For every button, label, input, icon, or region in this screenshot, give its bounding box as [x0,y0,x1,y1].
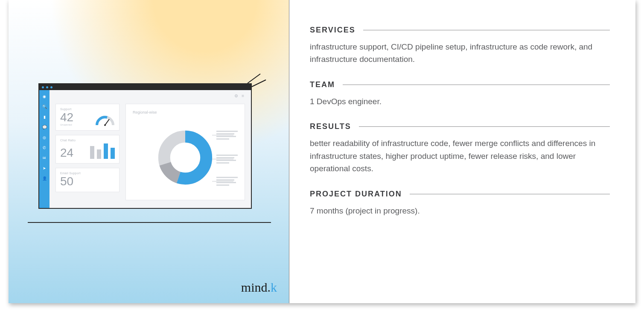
phone-icon: ✆ [42,146,47,150]
user-icon: 👤 [42,176,47,181]
app-window: ◉ 🔍 ▮ 💬 ◎ ✆ ✉ ➤ 👤 ⚙ ≡ [38,83,252,209]
metric-tiles: Support 42 Unopened [55,104,119,200]
legend-skeleton [216,177,238,186]
regional-chart-panel: Regional-wise [125,104,245,200]
svg-point-7 [173,146,197,170]
gauge-icon [95,115,115,126]
device-stand [28,222,271,223]
heading-rule [410,194,610,194]
illustration-panel: ◉ 🔍 ▮ 💬 ◎ ✆ ✉ ➤ 👤 ⚙ ≡ [9,0,289,303]
heading-rule [343,85,610,85]
svg-point-3 [104,124,106,126]
svg-line-1 [252,80,266,87]
section-heading: PROJECT DURATION [310,190,402,199]
brand-logo: mind.k [241,280,277,295]
send-icon: ➤ [42,166,47,170]
donut-chart [157,130,213,185]
heading-rule [363,30,610,30]
dashboard-icon: ◉ [42,94,47,99]
case-study-card: ◉ 🔍 ▮ 💬 ◎ ✆ ✉ ➤ 👤 ⚙ ≡ [9,0,635,303]
details-panel: SERVICES infrastructure support, CI/CD p… [289,0,635,303]
menu-icon: ≡ [242,94,244,98]
section-heading: TEAM [310,80,335,89]
tile-email-support: Email Support 50 [55,168,119,192]
section-team: TEAM 1 DevOps engineer. [310,80,610,108]
tile-label: Chat Ratio [60,139,115,142]
section-duration: PROJECT DURATION 7 months (project in pr… [310,190,610,217]
chat-icon: 💬 [42,125,47,129]
tile-chat-ratio: Chat Ratio 24 [55,135,119,164]
section-results: RESULTS better readability of infrastruc… [310,122,610,175]
device-mockup: ◉ 🔍 ▮ 💬 ◎ ✆ ✉ ➤ 👤 ⚙ ≡ [38,83,256,209]
section-heading: SERVICES [310,26,356,35]
mail-icon: ✉ [42,156,47,160]
window-actions: ⚙ ≡ [234,94,244,98]
legend-skeleton [216,155,238,164]
tile-label: Email Support [60,172,115,175]
tile-label: Support [60,108,115,111]
window-titlebar [39,84,251,90]
chart-title: Regional-wise [133,110,238,114]
svg-line-0 [248,74,260,83]
section-body: better readability of infrastructure cod… [310,137,610,175]
svg-line-2 [105,119,109,125]
section-services: SERVICES infrastructure support, CI/CD p… [310,26,610,66]
legend-skeleton [216,131,238,140]
search-icon: 🔍 [42,105,47,109]
tile-sub: Unopened [60,123,73,126]
section-heading: RESULTS [310,122,351,131]
tile-value: 50 [60,176,115,187]
app-sidebar: ◉ 🔍 ▮ 💬 ◎ ✆ ✉ ➤ 👤 [39,90,50,208]
tile-value: 24 [60,147,73,159]
mini-bar-chart [90,142,115,159]
target-icon: ◎ [42,135,47,140]
section-body: 1 DevOps engineer. [310,95,610,108]
gear-icon: ⚙ [234,94,238,98]
section-body: infrastructure support, CI/CD pipeline s… [310,41,610,66]
section-body: 7 months (project in progress). [310,205,610,217]
tile-support: Support 42 Unopened [55,104,119,131]
tile-value: 42 [60,111,73,123]
chart-icon: ▮ [42,115,47,119]
heading-rule [359,126,610,127]
